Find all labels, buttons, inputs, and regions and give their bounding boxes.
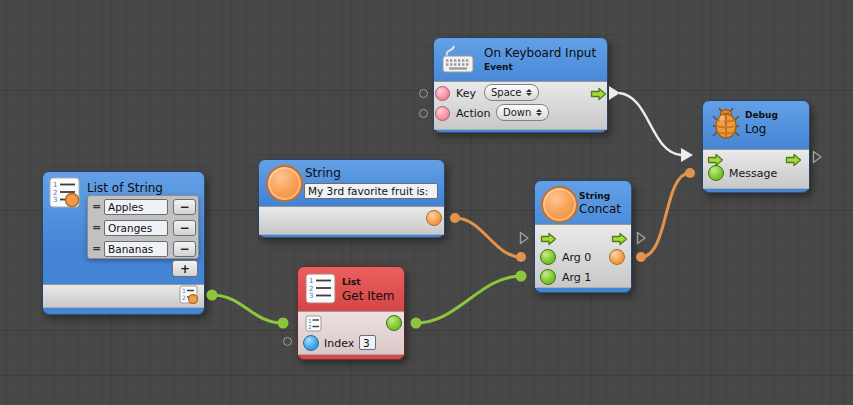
svg-text:3: 3: [309, 292, 313, 300]
key-dropdown[interactable]: Space: [484, 84, 539, 101]
wire-endpoint: [636, 252, 646, 262]
wire-end-arrow: [681, 148, 693, 162]
svg-text:2: 2: [182, 294, 186, 301]
wire-string-to-arg0[interactable]: [455, 218, 521, 257]
remove-item-button[interactable]: −: [173, 241, 196, 257]
arg0-port[interactable]: [540, 249, 556, 265]
list-items-panel: = − = − = −: [87, 195, 199, 259]
index-port-label: Index: [324, 337, 354, 350]
arg0-port-label: Arg 0: [562, 251, 591, 264]
index-input[interactable]: [359, 335, 376, 350]
wire-control-keyboard-to-log[interactable]: [619, 93, 681, 155]
node-category: Debug: [745, 110, 778, 120]
svg-text:2: 2: [308, 324, 312, 330]
list-icon: 1 2 3: [305, 273, 336, 304]
graph-canvas[interactable]: On Keyboard Input Event Key Space Action…: [0, 0, 853, 405]
list-item-input[interactable]: [104, 241, 168, 257]
wire-endpoint: [516, 271, 527, 282]
wire-endpoint: [685, 168, 695, 178]
control-output-port[interactable]: [785, 153, 802, 167]
unconnected-port-indicator: [283, 337, 292, 346]
wire-endpoint: [278, 318, 289, 329]
unconnected-port-indicator: [636, 231, 647, 245]
message-port[interactable]: [708, 165, 724, 181]
node-title: On Keyboard Input: [484, 46, 596, 60]
dropdown-arrows-icon: [536, 109, 542, 116]
svg-text:1: 1: [182, 287, 186, 294]
add-item-button[interactable]: +: [172, 260, 198, 277]
wire-item-to-arg1[interactable]: [416, 276, 521, 323]
node-string-concat[interactable]: String Concat Arg 0 Arg 1: [534, 180, 632, 293]
node-title: Log: [745, 122, 766, 136]
message-port-label: Message: [729, 167, 777, 180]
action-port-label: Action: [456, 107, 490, 120]
index-port[interactable]: [303, 335, 319, 351]
list-input-port[interactable]: 1 2: [305, 315, 322, 332]
key-port[interactable]: [435, 86, 450, 101]
remove-item-button[interactable]: −: [173, 220, 196, 236]
unconnected-port-indicator: [419, 89, 428, 98]
node-on-keyboard-input[interactable]: On Keyboard Input Event Key Space Action…: [433, 37, 608, 133]
string-circle-icon: [541, 186, 578, 223]
unconnected-port-indicator: [419, 109, 428, 118]
list-item-input[interactable]: [104, 220, 168, 236]
control-input-port[interactable]: [540, 232, 557, 246]
wire-endpoint: [450, 213, 460, 223]
keyboard-icon: [441, 44, 475, 76]
node-title: String: [305, 166, 341, 180]
wire-result-to-message[interactable]: [641, 173, 690, 257]
bug-icon: [712, 106, 740, 142]
list-output-port[interactable]: 1 2: [179, 285, 198, 304]
node-debug-log[interactable]: Debug Log Message: [702, 100, 810, 193]
wire-endpoint: [207, 290, 218, 301]
drag-handle-icon[interactable]: =: [92, 242, 101, 255]
node-category: String: [579, 191, 610, 201]
remove-item-button[interactable]: −: [173, 199, 196, 215]
arg1-port-label: Arg 1: [562, 271, 591, 284]
string-output-port[interactable]: [426, 210, 442, 226]
key-port-label: Key: [456, 87, 476, 100]
node-subtitle: Event: [484, 62, 513, 72]
dropdown-arrows-icon: [526, 89, 532, 96]
node-string-literal[interactable]: String: [258, 159, 445, 238]
list-icon: 1 2 3: [49, 177, 80, 208]
node-title: Get Item: [342, 289, 395, 303]
unconnected-port-indicator: [812, 150, 823, 164]
wire-endpoint: [411, 318, 422, 329]
action-dropdown[interactable]: Down: [496, 104, 549, 121]
string-circle-icon: [266, 165, 303, 202]
svg-text:1: 1: [308, 318, 312, 324]
node-list-of-string[interactable]: 1 2 3 List of String = − = − = − +: [42, 171, 205, 315]
action-port[interactable]: [435, 106, 450, 121]
node-title: Concat: [579, 202, 621, 216]
wire-endpoint: [516, 252, 526, 262]
wire-list-to-getitem[interactable]: [212, 295, 283, 323]
wire-start-arrow: [609, 86, 620, 100]
node-get-item[interactable]: 1 2 3 List Get Item 1 2 Index: [297, 266, 405, 360]
item-output-port[interactable]: [386, 315, 402, 331]
node-title: List of String: [87, 181, 163, 195]
control-output-port[interactable]: [611, 232, 628, 246]
string-value-input[interactable]: [304, 183, 438, 199]
result-output-port[interactable]: [609, 249, 625, 265]
drag-handle-icon[interactable]: =: [92, 200, 101, 213]
arg1-port[interactable]: [540, 269, 556, 285]
drag-handle-icon[interactable]: =: [92, 221, 101, 234]
unconnected-port-indicator: [519, 231, 530, 245]
svg-text:3: 3: [53, 196, 57, 204]
node-category: List: [342, 277, 360, 287]
control-output-port[interactable]: [590, 87, 607, 101]
list-item-input[interactable]: [104, 199, 168, 215]
